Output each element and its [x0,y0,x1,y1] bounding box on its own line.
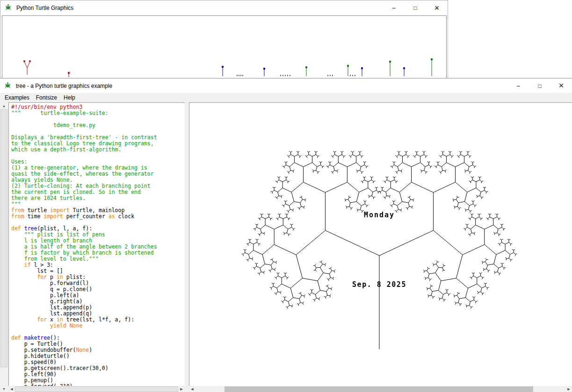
front-window-titlebar[interactable]: tree - a Python turtle graphics example … [0,78,572,93]
minimize-icon: − [516,82,520,90]
close-button[interactable]: × [426,0,448,15]
minimize-button[interactable]: − [507,78,529,93]
code-line: which use a depth-first-algorithm. [11,147,185,153]
vertical-scroll-thumb[interactable] [0,109,7,367]
minimize-icon: − [392,4,396,12]
code-hscroll-thumb[interactable] [15,386,178,392]
back-window-titlebar[interactable]: Python Turtle Graphics − □ × [0,0,448,15]
code-line: from time import perf_counter as clock [11,214,185,220]
maximize-icon: □ [413,5,417,11]
fractal-tree-drawing [189,103,572,386]
code-view[interactable]: #!/usr/bin/env python3""" turtle-example… [9,103,185,386]
front-window-controls: − □ × [507,78,572,93]
weekday-label: Monday [364,211,395,219]
menu-help[interactable]: Help [60,94,79,101]
turtle-icon [4,81,12,91]
code-vertical-scrollbar[interactable]: ▲ ▼ [0,102,8,392]
menubar: Examples Fontsize Help [0,93,572,102]
close-icon: × [559,81,564,91]
scroll-down-icon[interactable]: ▼ [0,385,8,392]
code-line: tdemo_tree.py [11,122,185,128]
code-line: yield None [11,323,185,329]
scroll-right-icon[interactable]: ▶ [565,386,572,392]
drawing-canvas-pane: Monday Sep. 8 2025 [189,102,572,386]
scroll-left-icon[interactable]: ◀ [189,386,195,392]
front-window-title: tree - a Python turtle graphics example [16,83,112,89]
close-button[interactable]: × [550,78,572,93]
code-line [11,153,185,159]
maximize-icon: □ [538,83,541,89]
code-horizontal-scrollbar[interactable]: ◀ ▶ [8,386,185,392]
close-icon: × [434,3,440,13]
tree-demo-window: tree - a Python turtle graphics example … [0,78,572,392]
maximize-button[interactable]: □ [405,0,426,15]
demo-content: ▲ ▼ #!/usr/bin/env python3""" turtle-exa… [0,102,572,392]
date-label: Sep. 8 2025 [352,280,406,289]
code-line: there are 1024 turtles. [11,195,185,201]
maximize-button[interactable]: □ [529,78,550,93]
scroll-up-icon[interactable]: ▲ [0,102,8,109]
back-window-title: Python Turtle Graphics [16,5,73,11]
pane-divider[interactable] [185,102,189,392]
back-window-controls: − □ × [383,0,448,15]
minimize-button[interactable]: − [383,0,405,15]
desktop: Python Turtle Graphics − □ × [0,0,572,392]
scroll-left-icon[interactable]: ◀ [8,386,15,392]
menu-fontsize[interactable]: Fontsize [33,94,60,101]
turtle-icon [5,3,12,13]
menu-examples[interactable]: Examples [1,94,33,101]
source-code-panel[interactable]: #!/usr/bin/env python3""" turtle-example… [8,102,185,386]
canvas-horizontal-scrollbar[interactable]: ◀ ▶ [189,386,572,392]
code-line: """ turtle-example-suite: [11,110,185,116]
scroll-right-icon[interactable]: ▶ [178,386,185,392]
canvas-hscroll-thumb[interactable] [224,386,533,392]
